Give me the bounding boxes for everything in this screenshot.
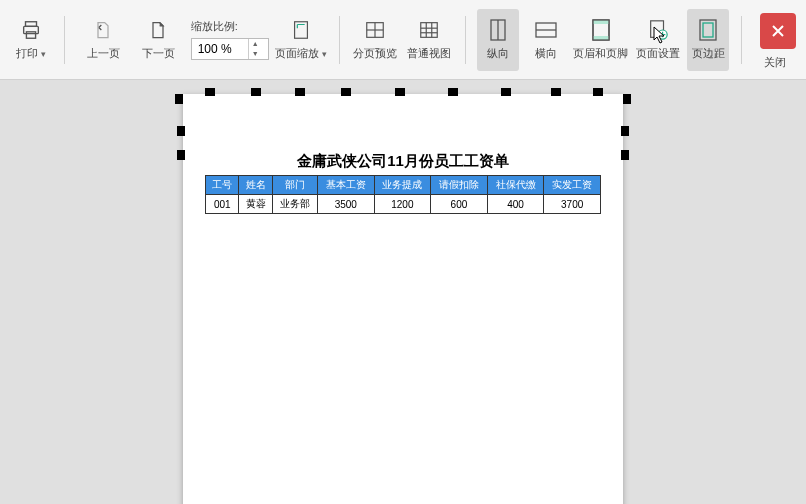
separator [741,16,742,64]
next-page-label: 下一页 [142,46,175,61]
separator [339,16,340,64]
toolbar: 打印 上一页 下一页 缩放比例: ▲▼ 页面缩放 [0,0,806,80]
normal-view-icon [417,18,441,42]
preview-canvas[interactable]: 金庸武侠公司11月份员工工资单 工号姓名部门基本工资业务提成请假扣除社保代缴实发… [0,80,806,504]
margin-handle-top[interactable] [205,88,215,96]
table-header-cell: 业务提成 [374,176,431,195]
zoom-down-icon[interactable]: ▼ [249,49,262,59]
margin-handle-top[interactable] [395,88,405,96]
table-cell: 001 [206,195,239,214]
table-header-cell: 姓名 [239,176,272,195]
page-setup-icon [646,18,670,42]
margin-handle-top[interactable] [251,88,261,96]
separator [64,16,65,64]
print-icon [19,18,43,42]
table-header-row: 工号姓名部门基本工资业务提成请假扣除社保代缴实发工资 [206,176,601,195]
margin-handle-right[interactable] [621,150,629,160]
nav-group: 上一页 下一页 [77,9,185,71]
table-row: 001黄蓉业务部350012006004003700 [206,195,601,214]
zoom-group: 缩放比例: ▲▼ [191,9,269,71]
table-cell: 3700 [544,195,601,214]
table-cell: 3500 [318,195,375,214]
next-page-button[interactable]: 下一页 [132,9,185,71]
table-cell: 400 [487,195,544,214]
margin-handle-tr[interactable] [623,94,631,104]
page-break-label: 分页预览 [353,46,397,61]
table-cell: 1200 [374,195,431,214]
portrait-button[interactable]: 纵向 [477,9,519,71]
margin-handle-top[interactable] [593,88,603,96]
zoom-up-icon[interactable]: ▲ [249,39,262,49]
margin-handle-left[interactable] [177,126,185,136]
table-header-cell: 请假扣除 [431,176,488,195]
header-footer-button[interactable]: 页眉和页脚 [573,9,627,71]
normal-view-label: 普通视图 [407,46,451,61]
zoom-input-wrap[interactable]: ▲▼ [191,38,269,60]
svg-rect-2 [26,32,35,38]
portrait-label: 纵向 [487,46,509,61]
document-title: 金庸武侠公司11月份员工工资单 [205,152,601,171]
print-button[interactable]: 打印 [10,9,52,71]
prev-page-label: 上一页 [87,46,120,61]
header-footer-label: 页眉和页脚 [573,46,628,61]
close-label: 关闭 [764,55,786,70]
svg-rect-23 [703,23,713,37]
page-break-preview-button[interactable]: 分页预览 [352,9,400,71]
normal-view-button[interactable]: 普通视图 [405,9,453,71]
table-body: 001黄蓉业务部350012006004003700 [206,195,601,214]
print-label: 打印 [16,46,46,61]
page-break-icon [363,18,387,42]
margin-handle-left[interactable] [177,150,185,160]
prev-page-icon [91,18,115,42]
zoom-ratio-label: 缩放比例: [191,19,238,34]
margin-handle-top[interactable] [501,88,511,96]
table-header-cell: 实发工资 [544,176,601,195]
page-preview: 金庸武侠公司11月份员工工资单 工号姓名部门基本工资业务提成请假扣除社保代缴实发… [183,94,623,504]
close-button[interactable] [760,13,796,49]
margin-handle-tl[interactable] [175,94,183,104]
margin-handle-top[interactable] [448,88,458,96]
page-zoom-button[interactable]: 页面缩放 [275,9,327,71]
margins-icon [696,18,720,42]
table-cell: 业务部 [272,195,317,214]
margin-handle-right[interactable] [621,126,629,136]
portrait-icon [486,18,510,42]
separator [465,16,466,64]
page-setup-label: 页面设置 [636,46,680,61]
close-icon [771,24,785,38]
margin-handle-top[interactable] [551,88,561,96]
table-cell: 600 [431,195,488,214]
svg-rect-7 [421,23,438,38]
header-footer-icon [589,18,613,42]
table-header-cell: 基本工资 [318,176,375,195]
landscape-icon [534,18,558,42]
zoom-spinner[interactable]: ▲▼ [248,39,262,59]
table-header-cell: 部门 [272,176,317,195]
margin-handle-top[interactable] [295,88,305,96]
table-header-cell: 工号 [206,176,239,195]
margins-button[interactable]: 页边距 [687,9,729,71]
zoom-input[interactable] [192,40,248,58]
prev-page-button[interactable]: 上一页 [77,9,130,71]
page-zoom-label: 页面缩放 [275,46,327,61]
table-cell: 黄蓉 [239,195,272,214]
margin-handle-top[interactable] [341,88,351,96]
page-setup-button[interactable]: 页面设置 [634,9,682,71]
margins-label: 页边距 [692,46,725,61]
salary-table: 工号姓名部门基本工资业务提成请假扣除社保代缴实发工资 001黄蓉业务部35001… [205,175,601,214]
page-zoom-icon [289,18,313,42]
table-header-cell: 社保代缴 [487,176,544,195]
landscape-label: 横向 [535,46,557,61]
landscape-button[interactable]: 横向 [525,9,567,71]
next-page-icon [146,18,170,42]
